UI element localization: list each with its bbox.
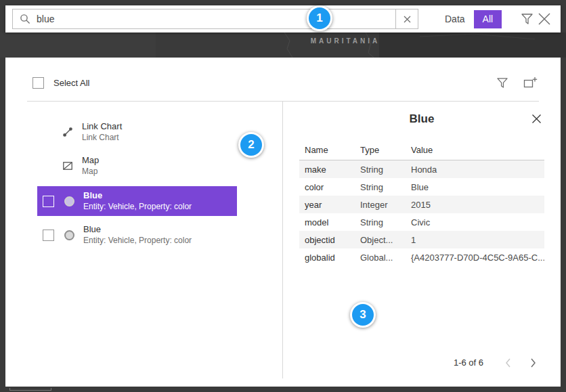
cell-name: objectid bbox=[299, 235, 355, 245]
callout-badge-2: 2 bbox=[238, 132, 264, 158]
cell-value: 1 bbox=[406, 235, 544, 245]
add-to-link-chart-icon[interactable] bbox=[523, 77, 538, 89]
search-query-text: blue bbox=[37, 14, 395, 24]
result-title: Link Chart bbox=[82, 121, 122, 133]
result-checkbox[interactable] bbox=[43, 196, 54, 207]
cell-type: Object... bbox=[355, 235, 406, 245]
link-chart-icon bbox=[62, 127, 73, 137]
search-scope-toggle: Data All bbox=[436, 10, 502, 28]
prev-page-button[interactable] bbox=[505, 358, 511, 368]
next-page-button[interactable] bbox=[530, 358, 536, 368]
attributes-table: Name Type Value make String Honda color … bbox=[299, 139, 544, 266]
filter-results-icon[interactable] bbox=[496, 77, 508, 89]
callout-badge-1: 1 bbox=[307, 5, 332, 31]
map-region-label: MAURITANIA bbox=[284, 37, 406, 45]
cell-type: Global... bbox=[355, 253, 406, 263]
result-title: Blue bbox=[83, 190, 192, 202]
cell-name: globalid bbox=[299, 253, 355, 263]
cell-type: Integer bbox=[355, 200, 406, 210]
table-row: color String Blue bbox=[299, 178, 544, 196]
cell-value: Blue bbox=[406, 182, 544, 192]
close-icon[interactable] bbox=[538, 12, 551, 26]
column-header-type: Type bbox=[355, 145, 406, 155]
result-checkbox[interactable] bbox=[43, 230, 54, 241]
search-results-panel: Select All Link Chart Link Chart bbox=[5, 58, 561, 387]
search-bar: blue Data All bbox=[5, 5, 561, 32]
page-range-label: 1-6 of 6 bbox=[454, 357, 483, 368]
result-title: Blue bbox=[83, 224, 192, 236]
select-all-label: Select All bbox=[53, 78, 89, 88]
table-row: globalid Global... {A4203777-D70D-4C5C-9… bbox=[299, 248, 544, 266]
app-window: MAURITANIA blue Data All bbox=[0, 0, 566, 392]
cell-value: {A4203777-D70D-4C5C-9A65-C... bbox=[406, 253, 544, 263]
cell-name: year bbox=[299, 200, 355, 210]
chevron-left-icon bbox=[505, 358, 511, 368]
result-title: Map bbox=[82, 155, 99, 167]
detail-title: Blue bbox=[299, 112, 544, 126]
result-subtitle: Entity: Vehicle, Property: color bbox=[83, 236, 192, 246]
table-header-row: Name Type Value bbox=[299, 139, 544, 160]
search-icon bbox=[20, 14, 30, 24]
callout-badge-3: 3 bbox=[350, 302, 376, 328]
result-item-map[interactable]: Map Map bbox=[37, 151, 237, 181]
map-icon bbox=[62, 160, 73, 171]
pagination: 1-6 of 6 bbox=[454, 357, 539, 368]
cell-value: Honda bbox=[406, 165, 544, 175]
select-all-checkbox[interactable] bbox=[32, 77, 44, 89]
cell-value: 2015 bbox=[406, 200, 544, 210]
close-icon bbox=[531, 114, 542, 124]
cell-name: make bbox=[299, 165, 355, 175]
entity-circle-icon bbox=[64, 196, 74, 206]
close-small-icon bbox=[404, 16, 411, 23]
column-header-name: Name bbox=[299, 145, 355, 155]
detail-panel: Blue Name Type Value make String Honda bbox=[282, 102, 544, 378]
close-detail-button[interactable] bbox=[531, 114, 542, 124]
filter-icon[interactable] bbox=[521, 13, 534, 25]
result-item-link-chart[interactable]: Link Chart Link Chart bbox=[37, 117, 237, 147]
result-item-blue-selected[interactable]: Blue Entity: Vehicle, Property: color bbox=[37, 186, 237, 216]
map-border-lines bbox=[0, 32, 566, 58]
cell-value: Civic bbox=[406, 217, 544, 227]
column-header-value: Value bbox=[406, 145, 544, 155]
table-row: model String Civic bbox=[299, 213, 544, 231]
map-scale-bar bbox=[9, 388, 51, 391]
chevron-right-icon bbox=[530, 358, 536, 368]
table-row: year Integer 2015 bbox=[299, 196, 544, 213]
cell-name: color bbox=[299, 182, 355, 192]
search-input[interactable]: blue bbox=[12, 9, 418, 29]
clear-search-button[interactable] bbox=[395, 9, 418, 28]
entity-circle-icon bbox=[64, 230, 74, 240]
result-subtitle: Link Chart bbox=[82, 133, 122, 144]
cell-type: String bbox=[355, 217, 406, 227]
table-row: objectid Object... 1 bbox=[299, 231, 544, 248]
result-item-blue[interactable]: Blue Entity: Vehicle, Property: color bbox=[37, 220, 237, 250]
table-row: make String Honda bbox=[299, 160, 544, 178]
scope-data-button[interactable]: Data bbox=[436, 10, 474, 28]
cell-type: String bbox=[355, 165, 406, 175]
panel-toolbar: Select All bbox=[32, 77, 538, 89]
scope-all-button[interactable]: All bbox=[474, 10, 502, 28]
cell-name: model bbox=[299, 217, 355, 227]
cell-type: String bbox=[355, 182, 406, 192]
result-subtitle: Map bbox=[82, 167, 99, 177]
result-subtitle: Entity: Vehicle, Property: color bbox=[83, 202, 192, 213]
